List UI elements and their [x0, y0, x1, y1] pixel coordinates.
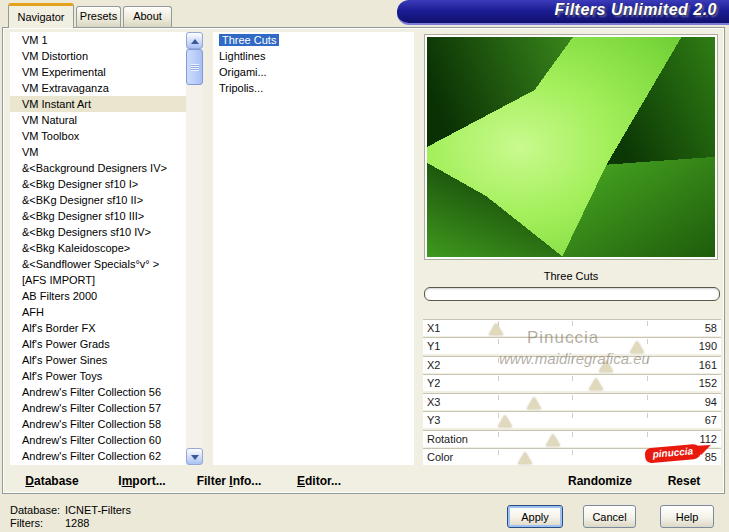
slider-thumb[interactable] [489, 323, 503, 335]
reset-button[interactable]: Reset [655, 470, 713, 492]
collection-item[interactable]: VM Instant Art [10, 96, 186, 112]
slider-thumb[interactable] [546, 434, 560, 446]
slider-value: 94 [705, 396, 717, 408]
slider-tick [498, 450, 499, 455]
slider-tick [498, 432, 499, 437]
slider-tick [572, 413, 573, 418]
filter-panel: Three Cuts X158Y1190X2161Y2152X394Y367Ro… [423, 32, 723, 465]
scroll-up-button[interactable] [186, 32, 203, 49]
collections-scrollbar[interactable] [186, 32, 203, 465]
collection-item[interactable]: Andrew's Filter Collection 57 [10, 400, 186, 416]
scroll-thumb[interactable] [186, 49, 203, 85]
slider-tick [572, 450, 573, 455]
collection-item[interactable]: &<Bkg Designer sf10 III> [10, 208, 186, 224]
slider-row-y2[interactable]: Y2152 [423, 374, 721, 391]
status-filters-label: Filters: [10, 517, 43, 529]
collection-item[interactable]: Alf's Power Toys [10, 368, 186, 384]
collection-item[interactable]: VM [10, 144, 186, 160]
slider-tick [647, 358, 648, 363]
editor-button[interactable]: Editor... [288, 470, 350, 492]
slider-label: X3 [427, 396, 440, 408]
slider-value: 58 [705, 322, 717, 334]
collection-item[interactable]: VM Natural [10, 112, 186, 128]
database-button[interactable]: Database [17, 470, 87, 492]
slider-row-x3[interactable]: X394 [423, 393, 721, 410]
collection-item[interactable]: VM Experimental [10, 64, 186, 80]
slider-label: X2 [427, 359, 440, 371]
progress-bar [424, 287, 720, 301]
slider-row-y3[interactable]: Y367 [423, 411, 721, 428]
tab-about[interactable]: About [123, 6, 172, 27]
collection-item[interactable]: Alf's Border FX [10, 320, 186, 336]
slider-row-x2[interactable]: X2161 [423, 356, 721, 373]
filter-info-button[interactable]: Filter Info... [189, 470, 269, 492]
status-filters-value: 1288 [65, 517, 89, 529]
collections-list[interactable]: VM 1VM DistortionVM ExperimentalVM Extra… [10, 32, 186, 465]
filter-item[interactable]: Lightlines [213, 48, 414, 64]
slider-tick [572, 395, 573, 400]
preview-caption: Three Cuts [423, 270, 719, 282]
collection-item[interactable]: Andrew's Filter Collection 60 [10, 432, 186, 448]
collection-item[interactable]: Alf's Power Sines [10, 352, 186, 368]
slider-thumb[interactable] [498, 415, 512, 427]
collection-item[interactable]: VM Extravaganza [10, 80, 186, 96]
import-button[interactable]: Import... [109, 470, 175, 492]
collection-item[interactable]: Andrew's Filter Collection 62 [10, 448, 186, 464]
collection-item[interactable]: &<BKg Designer sf10 II> [10, 192, 186, 208]
collection-item[interactable]: &<Bkg Designer sf10 I> [10, 176, 186, 192]
collection-item[interactable]: &<Sandflower Specials°v° > [10, 256, 186, 272]
scroll-down-button[interactable] [186, 448, 203, 465]
slider-tick [572, 339, 573, 344]
collection-item[interactable]: AFH [10, 304, 186, 320]
slider-row-y1[interactable]: Y1190 [423, 337, 721, 354]
collection-item[interactable]: VM Distortion [10, 48, 186, 64]
randomize-button[interactable]: Randomize [553, 470, 647, 492]
collection-item[interactable]: &<Bkg Designers sf10 IV> [10, 224, 186, 240]
preview-image [424, 34, 718, 260]
tab-navigator[interactable]: Navigator [8, 3, 74, 28]
collection-item[interactable]: &<Background Designers IV> [10, 160, 186, 176]
collection-item[interactable]: &<Bkg Kaleidoscope> [10, 240, 186, 256]
collection-item[interactable]: VM Toolbox [10, 128, 186, 144]
help-button[interactable]: Help [660, 505, 714, 528]
slider-thumb[interactable] [630, 341, 644, 353]
collection-item[interactable]: AB Filters 2000 [10, 288, 186, 304]
filter-item[interactable]: Tripolis... [213, 80, 414, 96]
filters-list[interactable]: Three CutsLightlinesOrigami...Tripolis..… [213, 32, 414, 465]
status-database-label: Database: [10, 504, 60, 516]
slider-thumb[interactable] [589, 378, 603, 390]
collection-item[interactable]: Alf's Power Grads [10, 336, 186, 352]
apply-button[interactable]: Apply [507, 505, 563, 528]
slider-tick [647, 395, 648, 400]
slider-value: 67 [705, 414, 717, 426]
slider-tick [647, 321, 648, 326]
slider-tick [572, 432, 573, 437]
slider-tick [647, 376, 648, 381]
slider-thumb[interactable] [518, 452, 532, 464]
collection-item[interactable]: [AFS IMPORT] [10, 272, 186, 288]
slider-tick [572, 321, 573, 326]
filters-unlimited-window: Filters Unlimited 2.0 Navigator Presets … [0, 0, 729, 532]
slider-tick [647, 413, 648, 418]
tab-navigator-label: Navigator [17, 11, 64, 23]
arrow-down-icon [191, 455, 199, 460]
slider-thumb[interactable] [599, 360, 613, 372]
filter-item[interactable]: Three Cuts [213, 32, 414, 48]
filter-item[interactable]: Origami... [213, 64, 414, 80]
collection-item[interactable]: Andrew's Filter Collection 58 [10, 416, 186, 432]
slider-thumb[interactable] [527, 397, 541, 409]
slider-row-x1[interactable]: X158 [423, 319, 721, 336]
collection-item[interactable]: VM 1 [10, 32, 186, 48]
slider-label: Y1 [427, 340, 440, 352]
cancel-button[interactable]: Cancel [583, 505, 636, 528]
tab-presets-label: Presets [80, 10, 117, 22]
slider-row-rotation[interactable]: Rotation112 [423, 430, 721, 447]
slider-label: Y2 [427, 377, 440, 389]
tab-about-label: About [133, 10, 162, 22]
slider-tick [572, 358, 573, 363]
navigator-page: VM 1VM DistortionVM ExperimentalVM Extra… [2, 27, 725, 494]
slider-tick [498, 395, 499, 400]
tab-presets[interactable]: Presets [76, 6, 121, 27]
slider-value: 161 [699, 359, 717, 371]
collection-item[interactable]: Andrew's Filter Collection 56 [10, 384, 186, 400]
